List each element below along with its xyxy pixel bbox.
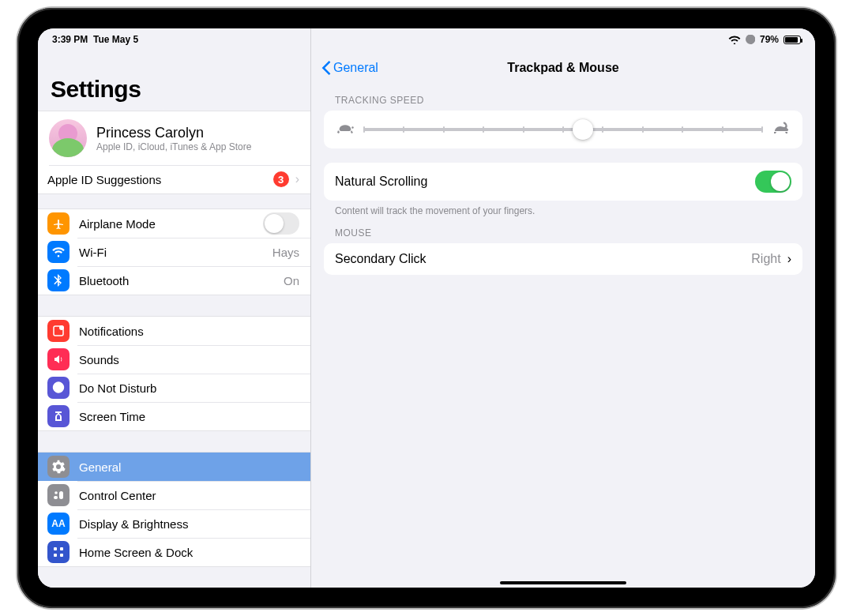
- avatar: [49, 119, 87, 157]
- device-section: General Control Center AA Display & Brig…: [38, 452, 310, 567]
- bluetooth-value: On: [284, 274, 299, 287]
- moon-icon: [746, 35, 755, 44]
- back-label: General: [333, 61, 378, 75]
- svg-rect-8: [60, 554, 63, 557]
- sounds-row[interactable]: Sounds: [38, 345, 310, 374]
- tortoise-icon: [336, 122, 354, 137]
- battery-icon: [783, 36, 801, 44]
- detail-nav: General Trackpad & Mouse: [311, 52, 815, 84]
- bluetooth-row[interactable]: Bluetooth On: [38, 266, 310, 295]
- wifi-settings-icon: [47, 241, 70, 263]
- svg-point-1: [59, 325, 64, 330]
- battery-percent: 79%: [760, 34, 779, 45]
- dnd-row[interactable]: Do Not Disturb: [38, 374, 310, 402]
- control-center-icon: [47, 484, 70, 506]
- secondary-click-label: Secondary Click: [335, 252, 426, 266]
- hare-icon: [772, 122, 790, 137]
- settings-sidebar: Settings Princess Carolyn Apple ID, iClo…: [38, 28, 311, 588]
- notifications-row[interactable]: Notifications: [38, 317, 310, 345]
- status-date: Tue May 5: [93, 34, 138, 45]
- screentime-icon: [47, 405, 70, 427]
- display-row[interactable]: AA Display & Brightness: [38, 509, 310, 538]
- svg-rect-7: [54, 554, 57, 557]
- sounds-label: Sounds: [79, 353, 119, 366]
- natural-scrolling-note: Content will track the movement of your …: [311, 201, 815, 216]
- focus-section: Notifications Sounds Do Not Disturb: [38, 316, 310, 431]
- tracking-speed-slider[interactable]: [363, 128, 763, 131]
- secondary-click-row[interactable]: Secondary Click Right ›: [324, 243, 802, 275]
- status-bar: 3:39 PM Tue May 5 79%: [38, 28, 815, 46]
- dnd-label: Do Not Disturb: [79, 381, 156, 395]
- home-indicator[interactable]: [500, 581, 626, 584]
- display-icon: AA: [47, 513, 70, 535]
- wifi-row[interactable]: Wi-Fi Hays: [38, 238, 310, 266]
- tracking-speed-card: [324, 111, 802, 148]
- natural-scrolling-toggle[interactable]: [755, 171, 791, 193]
- general-label: General: [79, 460, 121, 474]
- display-label: Display & Brightness: [79, 517, 188, 531]
- screentime-row[interactable]: Screen Time: [38, 402, 310, 430]
- notifications-icon: [47, 320, 70, 342]
- natural-scrolling-row: Natural Scrolling: [324, 163, 802, 201]
- sounds-icon: [47, 348, 70, 370]
- apple-id-suggestions-row[interactable]: Apple ID Suggestions 3 ›: [38, 165, 310, 193]
- apple-id-suggestions-label: Apple ID Suggestions: [47, 173, 161, 186]
- svg-rect-5: [54, 547, 57, 550]
- general-row[interactable]: General: [38, 453, 310, 481]
- notifications-label: Notifications: [79, 325, 144, 338]
- tracking-speed-header: TRACKING SPEED: [311, 84, 815, 111]
- slider-thumb[interactable]: [573, 119, 593, 140]
- dnd-icon: [47, 377, 70, 399]
- homescreen-icon: [47, 541, 70, 563]
- airplane-icon: [47, 212, 70, 235]
- screentime-label: Screen Time: [79, 410, 145, 423]
- homescreen-label: Home Screen & Dock: [79, 546, 193, 559]
- svg-rect-4: [59, 491, 63, 499]
- ipad-device-frame: 3:39 PM Tue May 5 79% Settings Princess …: [17, 8, 836, 608]
- svg-rect-3: [54, 496, 58, 499]
- profile-section: Princess Carolyn Apple ID, iCloud, iTune…: [38, 111, 310, 194]
- natural-scrolling-card: Natural Scrolling: [324, 163, 802, 201]
- chevron-right-icon: ›: [787, 252, 791, 266]
- homescreen-row[interactable]: Home Screen & Dock: [38, 538, 310, 566]
- detail-title: Trackpad & Mouse: [507, 61, 618, 75]
- apple-id-suggestions-badge: 3: [273, 171, 289, 187]
- profile-name: Princess Carolyn: [96, 125, 251, 141]
- mouse-card: Secondary Click Right ›: [324, 243, 802, 275]
- airplane-mode-label: Airplane Mode: [79, 217, 156, 231]
- svg-point-2: [54, 491, 58, 494]
- detail-pane: General Trackpad & Mouse TRACKING SPEED: [311, 28, 815, 588]
- secondary-click-value: Right: [751, 252, 780, 266]
- natural-scrolling-label: Natural Scrolling: [335, 175, 427, 189]
- airplane-mode-toggle[interactable]: [263, 212, 299, 235]
- svg-rect-6: [60, 547, 63, 550]
- profile-row[interactable]: Princess Carolyn Apple ID, iCloud, iTune…: [38, 111, 310, 165]
- chevron-left-icon: [321, 61, 332, 75]
- control-center-row[interactable]: Control Center: [38, 481, 310, 509]
- wifi-value: Hays: [272, 246, 299, 259]
- wifi-label: Wi-Fi: [79, 246, 107, 259]
- screen: 3:39 PM Tue May 5 79% Settings Princess …: [38, 28, 815, 588]
- profile-subtitle: Apple ID, iCloud, iTunes & App Store: [96, 141, 251, 152]
- sidebar-title: Settings: [38, 62, 310, 111]
- wifi-icon: [728, 35, 741, 44]
- status-time: 3:39 PM: [52, 34, 88, 45]
- connectivity-section: Airplane Mode Wi-Fi Hays: [38, 208, 310, 295]
- bluetooth-icon: [47, 269, 70, 291]
- control-center-label: Control Center: [79, 489, 156, 502]
- airplane-mode-row[interactable]: Airplane Mode: [38, 209, 310, 238]
- mouse-header: MOUSE: [311, 216, 815, 243]
- general-icon: [47, 456, 70, 478]
- bluetooth-label: Bluetooth: [79, 274, 129, 287]
- back-button[interactable]: General: [321, 61, 378, 75]
- chevron-right-icon: ›: [295, 173, 299, 186]
